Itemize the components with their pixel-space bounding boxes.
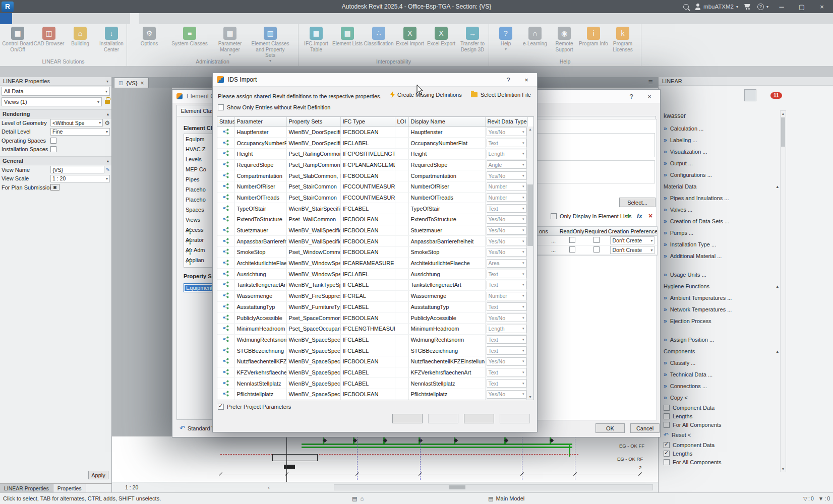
table-row[interactable]: SmokeStop Pset_WindowCommon IFCBOOLEAN S… [217, 247, 527, 258]
column-header[interactable]: Status [217, 117, 234, 127]
panel-list-item[interactable]: » ↶ ▴ [664, 327, 779, 334]
ribbon-tab[interactable] [30, 13, 39, 24]
panel-list-item[interactable]: » ↶ Lengths ▴ [664, 449, 779, 458]
data-type-dropdown[interactable]: Number▾ [487, 292, 526, 300]
panel-list-item[interactable]: » ↶ Configurations ... ▴ [664, 169, 779, 180]
data-type-dropdown[interactable]: Yes/No▾ [487, 171, 526, 180]
panel-list-item[interactable]: » ↶ Assign Position ... ▴ [664, 334, 779, 345]
item-checkbox[interactable] [664, 442, 670, 448]
elearning-button[interactable]: ∩ e-Learning ▾ [520, 26, 550, 52]
item-checkbox[interactable] [664, 459, 670, 465]
ribbon-tab[interactable] [67, 13, 76, 24]
property-value-dropdown[interactable]: Fine ▾ [50, 128, 110, 136]
panel-menu-button[interactable] [666, 89, 678, 101]
scrollbar-thumb[interactable] [781, 117, 785, 147]
cad-browser-button[interactable]: ◫ CAD Browser ▾ [33, 26, 65, 52]
table-row[interactable]: Pflichtstellplatz WienBV_SpaceSpecific I… [217, 389, 527, 400]
options-button[interactable]: ⚙ Options ▾ [129, 26, 169, 62]
help-icon[interactable]: ? [625, 91, 638, 101]
panel-list-item[interactable]: » ↶ Ejection Process ▴ [664, 315, 779, 327]
table-row[interactable]: Compartmentation Pset_SlabCommon, Pse IF… [217, 170, 527, 181]
close-button[interactable]: × [815, 0, 829, 13]
cancel-button[interactable]: Cancel [630, 423, 660, 433]
table-row[interactable]: Stuetzmauer WienBV_WallSpecific IFCBOOLE… [217, 225, 527, 236]
collapse-icon[interactable]: ▴ [776, 349, 779, 354]
column-header[interactable]: LOI [395, 117, 408, 127]
ribbon-tab[interactable] [94, 13, 103, 24]
table-row[interactable]: WidmungRechtsnorm WienBV_SpaceSpecific I… [217, 334, 527, 345]
column-header[interactable]: Property Sets [286, 117, 340, 127]
lock-icon[interactable] [105, 100, 110, 104]
required-checkbox[interactable] [593, 246, 600, 253]
dialog-titlebar[interactable]: IDS Import ? × [213, 73, 537, 87]
panel-list-item[interactable]: » ↶ Installation Type ... ▴ [664, 238, 779, 250]
ok-button[interactable]: OK [596, 423, 625, 433]
property-checkbox[interactable] [50, 138, 56, 144]
ribbon-tab[interactable] [85, 13, 94, 24]
table-row[interactable]: NennlastStellplatz WienBV_SpaceSpecific … [217, 378, 527, 389]
prefer-project-parameters-checkbox[interactable] [218, 404, 224, 410]
table-row[interactable]: RequiredSlope Pset_RampCommon IFCPLANEAN… [217, 159, 527, 170]
cart-icon[interactable] [744, 4, 751, 10]
undo-icon[interactable] [48, 2, 59, 12]
property-row[interactable]: Level of Geometry <Without Spe ▾ ⚙ ✎ ▣ [0, 118, 111, 128]
panel-table-button[interactable] [718, 89, 730, 101]
column-header[interactable]: Display Name [408, 117, 485, 127]
property-row[interactable]: Detail Level Fine ▾ ⚙ ✎ ▣ [0, 128, 111, 137]
property-value-dropdown[interactable]: {VS} ▾ [50, 166, 104, 173]
readonly-checkbox[interactable] [569, 246, 575, 253]
select-button[interactable]: Select... [619, 198, 656, 207]
scale-button[interactable]: 1 : 20 [125, 484, 138, 490]
item-checkbox[interactable] [664, 405, 670, 411]
data-type-dropdown[interactable]: Yes/No▾ [487, 248, 526, 257]
data-type-dropdown[interactable]: Text▾ [487, 346, 526, 355]
close-icon[interactable]: × [520, 75, 533, 85]
help-icon[interactable]: ? [502, 75, 515, 85]
data-type-dropdown[interactable]: Text▾ [487, 302, 526, 311]
ribbon-tab[interactable] [21, 13, 30, 24]
data-type-dropdown[interactable]: Yes/No▾ [487, 215, 526, 224]
table-row[interactable]: MinimumHeadroom Pset_SpaceOccupancyR IFC… [217, 323, 527, 334]
data-filter-dropdown[interactable]: All Data ▾ [2, 87, 110, 96]
data-type-dropdown[interactable]: Text▾ [487, 368, 526, 376]
show-only-checkbox[interactable] [218, 104, 224, 110]
property-row[interactable]: Operating Spaces ▾ ⚙ ✎ ▣ [0, 136, 111, 145]
property-row[interactable]: View Scale 1 : 20 ▾ ⚙ ✎ ▣ [0, 174, 111, 183]
tab-linear-properties[interactable]: LINEAR Properties [0, 484, 53, 492]
panel-edit-button[interactable] [692, 89, 704, 101]
minimize-button[interactable]: ─ [775, 0, 789, 13]
ribbon-tab[interactable] [112, 13, 121, 24]
views-dropdown[interactable]: Views (1) ▾ [2, 97, 102, 106]
save-icon[interactable] [27, 2, 38, 12]
panel-list-item[interactable]: » ↶ Pipes and Insulations ... ▴ [664, 192, 779, 204]
close-icon[interactable]: × [140, 80, 144, 87]
ribbon-tab[interactable] [130, 13, 139, 24]
system-classes-button[interactable]: ≡ System Classes ▾ [169, 26, 210, 62]
ribbon-tab[interactable] [0, 13, 12, 24]
design-options[interactable]: ▤ Main Model [488, 495, 524, 502]
data-type-dropdown[interactable]: Yes/No▾ [487, 390, 526, 399]
formula-icon[interactable]: fx [637, 213, 642, 220]
revit-app-menu-icon[interactable]: R [2, 2, 14, 12]
scrollbar-thumb[interactable] [527, 184, 533, 246]
table-row[interactable]: ArchitekturlichteFlaech WienBV_WindowSpe… [217, 258, 527, 269]
ribbon-tab[interactable] [57, 13, 67, 24]
element-classes-button[interactable]: ▥ Element Classes and Property Sets ▾ [250, 26, 290, 62]
data-type-dropdown[interactable]: Yes/No▾ [487, 357, 526, 366]
data-type-dropdown[interactable]: Text▾ [487, 270, 526, 278]
transfer-design3d-button[interactable]: → Transfer to Design 3D ▾ [457, 26, 488, 52]
data-type-dropdown[interactable]: Yes/No▾ [487, 237, 526, 245]
ribbon-tab[interactable] [148, 13, 157, 24]
section-header-rendering[interactable]: Rendering▴ [0, 109, 111, 118]
parameter-manager-button[interactable]: ▤ Parameter Manager ▾ [210, 26, 250, 62]
editable-icon[interactable]: ⌂ [360, 495, 364, 502]
scrollbar-thumb[interactable] [449, 485, 465, 489]
only-display-checkbox[interactable] [551, 213, 557, 219]
table-row[interactable]: TypeOfStair WienBV_StairSpecific IFCLABE… [217, 203, 527, 214]
panel-list-item[interactable]: » ↶ Hygiene Functions ▴ [664, 280, 779, 292]
search-icon[interactable] [683, 4, 689, 10]
3d-view-icon[interactable] [123, 2, 133, 12]
panel-list-item[interactable]: » ↶ Calculation ... ▴ [664, 122, 779, 134]
building-button[interactable]: ⌂ Building ▾ [65, 26, 96, 52]
column-header[interactable]: Parameter [234, 117, 286, 127]
